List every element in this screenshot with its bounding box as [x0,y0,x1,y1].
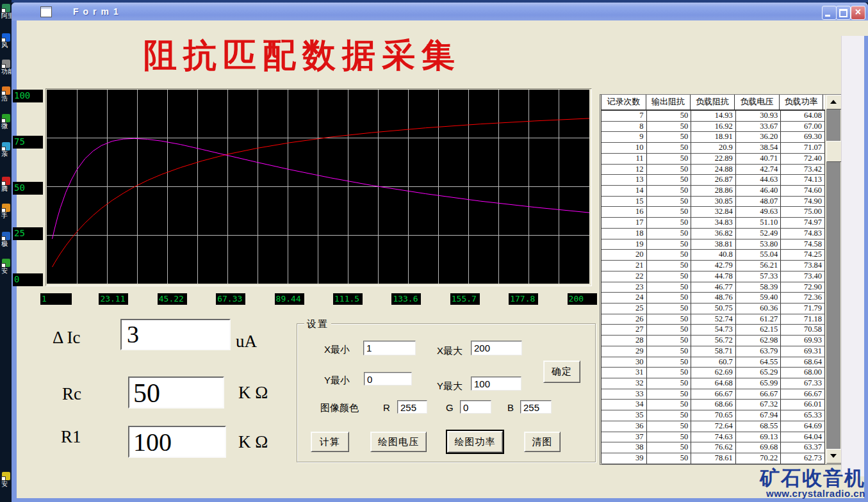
table-row[interactable]: 385076.6269.6863.37 [602,442,825,453]
table-row[interactable]: 215042.7956.2173.84 [602,261,825,271]
data-table: 记录次数输出阻抗负载阻抗负载电压负载功率 75014.9330.9364.088… [600,94,842,465]
rc-label: Rc [62,384,81,404]
desktop-icon-image [2,232,10,240]
table-cell: 67.33 [781,378,825,389]
desktop-icon-image [2,33,10,42]
calculate-button[interactable]: 计算 [311,432,349,452]
table-row[interactable]: 305060.764.5568.64 [602,357,825,368]
desktop-icon[interactable]: 安 [0,259,12,274]
table-row[interactable]: 165032.8449.6375.00 [602,207,825,218]
titlebar[interactable]: Form1 × [12,3,868,20]
ok-button[interactable]: 确定 [543,360,580,383]
x-max-input[interactable]: 200 [471,341,522,355]
table-row[interactable]: 175034.8351.1074.97 [602,218,825,229]
table-row[interactable]: 125024.8842.7473.42 [602,165,825,175]
r-input[interactable]: 255 [397,400,427,414]
desktop-icon[interactable]: 亲 [0,142,12,158]
table-cell: 16 [602,207,647,217]
table-row[interactable]: 395078.6170.2262.73 [602,453,825,464]
table-row[interactable]: 285056.7262.9869.93 [602,336,825,346]
table-cell: 78.61 [691,453,736,464]
rc-input[interactable]: 50 [128,376,224,409]
r1-input[interactable]: 100 [128,426,226,458]
desktop-icon[interactable]: 腾 [0,177,12,192]
table-row[interactable]: 135026.8744.6374.13 [602,175,825,186]
y-max-input[interactable]: 100 [471,376,521,391]
screen: 阿里风功能浩微亲腾手极安安 Form1 × 阻抗匹配数据采集 100755025… [0,0,868,502]
table-cell: 30.93 [736,111,782,121]
table-row[interactable]: 145028.8646.4074.60 [602,186,825,197]
table-scrollbar[interactable] [826,95,840,464]
desktop-icon-label: 亲 [1,150,12,158]
background-window-border [864,36,868,498]
desktop-strip: 阿里风功能浩微亲腾手极安安 [0,0,12,502]
table-cell: 59.40 [736,293,782,303]
table-row[interactable]: 325064.6865.9967.33 [602,378,825,389]
table-row[interactable]: 85016.9233.6767.00 [602,122,825,133]
table-row[interactable]: 235046.7758.3972.90 [602,282,825,293]
table-row[interactable]: 345068.6667.3266.01 [602,400,825,410]
delta-ic-input[interactable]: 3 [120,319,231,350]
table-row[interactable]: 195038.8153.8074.58 [602,239,825,250]
g-label: G [446,402,454,413]
table-row[interactable]: 245048.7659.4072.36 [602,293,825,304]
table-row[interactable]: 365072.6468.5564.69 [602,421,825,432]
table-cell: 44.78 [691,271,736,282]
table-row[interactable]: 265052.7461.2771.18 [602,314,825,325]
clear-button[interactable]: 清图 [524,432,561,452]
minimize-button[interactable] [822,6,837,20]
desktop-icon[interactable]: 微 [0,114,12,129]
desktop-icon[interactable]: 阿里 [0,4,12,19]
table-row[interactable]: 205040.855.0474.25 [602,250,825,261]
table-row[interactable]: 225044.7857.3373.40 [602,271,825,282]
table-row[interactable]: 95018.9136.2069.30 [602,132,825,143]
table-row[interactable]: 105020.938.5471.07 [602,143,825,154]
desktop-icon[interactable]: 风 [0,33,12,49]
desktop-icon[interactable]: 极 [0,232,12,247]
plot-power-button[interactable]: 绘图功率 [447,431,503,453]
table-cell: 71.79 [781,304,825,314]
x-tick-label: 89.44 [275,293,304,305]
column-header[interactable]: 负载阻抗 [691,95,735,109]
table-cell: 44.63 [736,175,782,185]
desktop-icon[interactable]: 功能 [0,60,12,75]
scroll-up-button[interactable] [826,95,842,109]
table-row[interactable]: 335066.6766.6766.67 [602,389,825,400]
desktop-icon-label: 手 [1,212,12,219]
scroll-down-button[interactable] [826,449,842,464]
table-row[interactable]: 115022.8940.7172.40 [602,154,825,165]
table-row[interactable]: 355070.6567.9465.33 [602,410,825,421]
g-input[interactable]: 0 [460,400,491,414]
desktop-icon[interactable]: 安 [0,472,12,487]
table-row[interactable]: 255050.7560.3671.79 [602,304,825,314]
y-min-input[interactable]: 0 [364,372,412,385]
b-input[interactable]: 255 [520,400,552,414]
scrollbar-thumb[interactable] [826,141,842,162]
table-cell: 69.93 [781,336,825,346]
table-row[interactable]: 75014.9330.9364.08 [602,111,825,122]
table-row[interactable]: 315062.6965.2968.00 [602,368,825,378]
table-row[interactable]: 185036.8252.4974.83 [602,229,825,239]
y-tick-label: 50 [13,182,43,195]
maximize-button[interactable] [836,6,851,20]
desktop-icon[interactable]: 手 [0,204,12,219]
table-row[interactable]: 295058.7163.7969.31 [602,346,825,357]
background-window-sliver [841,36,865,476]
table-cell: 36.82 [691,229,736,239]
table-cell: 25 [602,304,647,314]
desktop-icon[interactable]: 浩 [0,86,12,102]
table-row[interactable]: 155030.8548.0774.90 [602,197,825,207]
column-header[interactable]: 负载电压 [735,95,780,109]
table-row[interactable]: 275054.7362.1570.58 [602,325,825,336]
table-row[interactable]: 375074.6369.1364.04 [602,432,825,443]
table-cell: 23 [602,282,647,293]
column-header[interactable]: 记录次数 [602,95,646,109]
plot-voltage-button[interactable]: 绘图电压 [370,432,427,452]
window-title: Form1 [73,6,123,17]
column-header[interactable]: 负载功率 [780,95,823,109]
rc-unit: K Ω [238,383,268,403]
column-header[interactable]: 输出阻抗 [646,95,691,109]
x-min-input[interactable]: 1 [363,341,416,355]
close-button[interactable]: × [851,6,865,20]
table-cell: 49.63 [736,207,782,217]
